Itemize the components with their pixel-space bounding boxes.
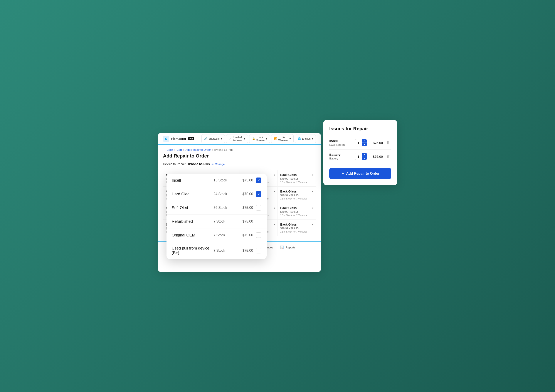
plus-icon: ＋ — [341, 171, 344, 176]
repair-item-price: $79.99 - $99.95 — [280, 210, 314, 214]
qty-down-arrow[interactable]: ▼ — [362, 143, 367, 146]
language-icon: 🌐 — [298, 137, 301, 140]
wireless-icon: 📶 — [274, 137, 277, 140]
issue-type: LCD Screen — [329, 143, 352, 146]
chevron-down-icon: ▾ — [312, 207, 313, 209]
breadcrumb: ← Back › Cart › Add Repair to Order › iP… — [158, 145, 321, 153]
issue-type: Battery — [329, 157, 352, 160]
variant-price: $75.00 — [238, 249, 253, 253]
chevron-down-icon: ▾ — [312, 190, 313, 193]
issue-info: Battery Battery — [329, 153, 352, 160]
issues-panel: Issues for Repair Incell LCD Screen 1 ▲ … — [323, 120, 397, 185]
repair-item-stock: 12 in Stock for 7 Variants — [280, 230, 314, 233]
add-repair-button[interactable]: ＋ Add Repair to Order — [329, 168, 391, 179]
variant-checkbox[interactable] — [256, 232, 261, 238]
variant-price: $75.00 — [238, 178, 253, 182]
variant-row[interactable]: Original OEM 7 Stock $75.00 — [167, 228, 267, 242]
variant-checkbox[interactable]: ✓ — [256, 178, 261, 183]
shortcuts-button[interactable]: 🔗 Shortcuts ▾ — [201, 134, 225, 143]
reports-nav-icon: 📊 — [280, 245, 284, 249]
variant-name: Soft Oled — [172, 206, 211, 210]
variant-name: Original OEM — [172, 233, 211, 238]
shortcuts-icon: 🔗 — [204, 137, 207, 140]
variant-name: Used pull from device (B+) — [172, 246, 211, 255]
wireless-chevron: ▾ — [290, 137, 291, 140]
fix-wireless-button[interactable]: 📶 Fix Wireless ▾ — [271, 134, 294, 143]
qty-up-arrow[interactable]: ▲ — [362, 139, 367, 143]
variant-row[interactable]: Hard Oled 24 Stock $75.00 ✓ — [167, 187, 267, 201]
trusted-chevron: ▾ — [244, 137, 245, 140]
repair-item[interactable]: Back Glass ▾ $79.99 - $99.95 12 in Stock… — [278, 203, 316, 220]
english-button[interactable]: 🌐 English ▾ — [295, 134, 316, 143]
variant-row[interactable]: Refurbished 7 Stock $75.00 — [167, 215, 267, 228]
variant-row[interactable]: Incell 15 Stock $75.00 ✓ — [167, 174, 267, 187]
trusted-partners-button[interactable]: ✓ Trusted Partners ▾ — [226, 134, 248, 143]
change-link[interactable]: ✏ Change — [212, 163, 225, 166]
repair-item-name: Back Glass ▾ — [280, 173, 314, 177]
issues-title: Issues for Repair — [329, 126, 391, 132]
repair-item-stock: 12 in Stock for 7 Variants — [280, 181, 314, 183]
variant-price: $75.00 — [238, 206, 253, 210]
qty-value: 1 — [355, 140, 362, 146]
nav-buttons: 🔗 Shortcuts ▾ ✓ Trusted Partners ▾ 🔒 Loc… — [201, 134, 316, 143]
issues-list: Incell LCD Screen 1 ▲ ▼ $75.00 🗑 Battery… — [329, 136, 391, 163]
variant-price: $75.00 — [238, 192, 253, 196]
variant-checkbox[interactable] — [256, 248, 261, 253]
qty-arrows: ▲ ▼ — [362, 139, 367, 146]
issue-name: Battery — [329, 153, 352, 157]
variant-popup: Incell 15 Stock $75.00 ✓ Hard Oled 24 St… — [167, 174, 267, 259]
variant-checkbox[interactable]: ✓ — [256, 191, 261, 197]
variant-stock: 7 Stock — [213, 249, 235, 253]
lock-screen-button[interactable]: 🔒 Lock Screen ▾ — [249, 134, 270, 143]
device-label: Device to Repair: iPhone 6s Plus ✏ Chang… — [163, 162, 316, 166]
variant-checkbox[interactable] — [256, 219, 261, 224]
repair-item-name: Back Glass ▾ — [280, 190, 314, 193]
variant-stock: 24 Stock — [213, 192, 235, 196]
chevron-down-icon: ▾ — [274, 207, 275, 209]
variant-list: Incell 15 Stock $75.00 ✓ Hard Oled 24 St… — [167, 174, 267, 259]
lock-chevron: ▾ — [266, 137, 267, 140]
variant-stock: 15 Stock — [213, 178, 235, 182]
qty-stepper[interactable]: 1 ▲ ▼ — [355, 153, 367, 160]
repair-item[interactable]: Back Glass ▾ $79.99 - $99.95 12 in Stock… — [278, 170, 316, 187]
qty-stepper[interactable]: 1 ▲ ▼ — [355, 139, 367, 146]
bottom-nav-reports[interactable]: 📊 Reports — [280, 244, 296, 251]
lock-icon: 🔒 — [252, 137, 255, 140]
device-name: iPhone 6s Plus — [188, 162, 210, 166]
repair-item-name: Back Glass ▾ — [280, 206, 314, 210]
variant-name: Hard Oled — [172, 192, 211, 196]
back-arrow: ← — [163, 148, 166, 151]
chevron-down-icon: ▾ — [274, 174, 275, 176]
qty-value: 1 — [355, 154, 362, 159]
repair-item-name: Back Glass ▾ — [280, 223, 314, 226]
variant-stock: 7 Stock — [213, 220, 235, 223]
variant-name: Refurbished — [172, 219, 211, 224]
delete-button[interactable]: 🗑 — [386, 140, 391, 146]
add-repair-link[interactable]: Add Repair to Order — [185, 148, 211, 151]
repair-item-stock: 12 in Stock for 7 Variants — [280, 197, 314, 200]
variant-stock: 7 Stock — [213, 233, 235, 237]
qty-down-arrow[interactable]: ▼ — [362, 157, 367, 160]
repair-item-price: $79.99 - $99.95 — [280, 227, 314, 230]
variant-checkbox[interactable] — [256, 205, 261, 211]
variant-row[interactable]: Soft Oled 56 Stock $75.00 — [167, 201, 267, 215]
trusted-partners-icon: ✓ — [229, 137, 231, 140]
variant-row[interactable]: Used pull from device (B+) 7 Stock $75.0… — [167, 242, 267, 259]
cart-link[interactable]: Cart — [176, 148, 182, 151]
page-title: Add Repair to Order — [163, 153, 316, 159]
repair-item[interactable]: Back Glass ▾ $79.99 - $99.95 12 in Stock… — [278, 220, 316, 236]
top-nav: ⚙ Fixmaster POS 🔗 Shortcuts ▾ ✓ Trusted … — [158, 133, 321, 145]
repair-item-price: $79.99 - $99.95 — [280, 194, 314, 197]
variant-price: $75.00 — [238, 220, 253, 223]
chevron-down-icon: ▾ — [274, 223, 275, 226]
english-chevron: ▾ — [312, 137, 313, 140]
qty-arrows: ▲ ▼ — [362, 153, 367, 160]
delete-button[interactable]: 🗑 — [386, 153, 391, 160]
issue-row: Battery Battery 1 ▲ ▼ $75.00 🗑 — [329, 150, 391, 163]
reports-nav-label: Reports — [285, 246, 296, 249]
back-link[interactable]: ← Back — [163, 148, 173, 151]
qty-up-arrow[interactable]: ▲ — [362, 153, 367, 157]
screen-wrapper: Issues for Repair Incell LCD Screen 1 ▲ … — [158, 120, 397, 272]
repair-item[interactable]: Back Glass ▾ $79.99 - $99.95 12 in Stock… — [278, 187, 316, 203]
chevron-down-icon: ▾ — [312, 223, 313, 226]
